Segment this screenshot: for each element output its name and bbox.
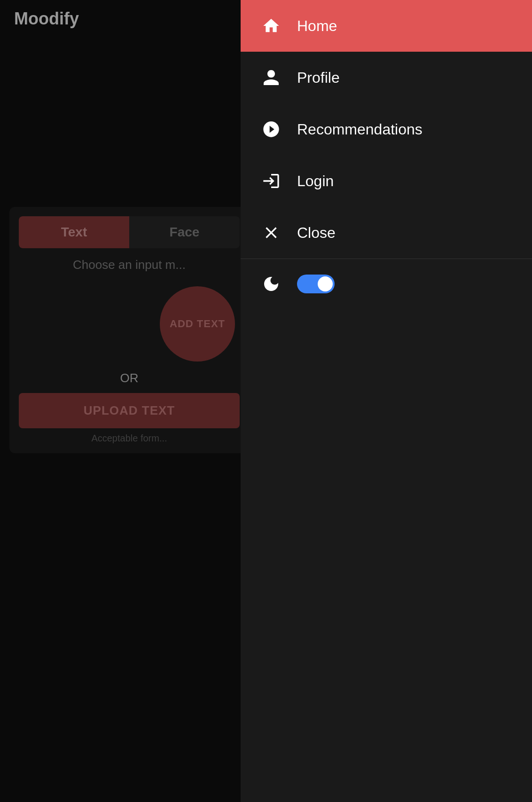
toggle-thumb <box>318 276 333 291</box>
sidebar-item-home-label: Home <box>297 17 337 35</box>
sidebar-item-login[interactable]: Login <box>241 155 532 207</box>
sidebar-item-profile[interactable]: Profile <box>241 52 532 103</box>
sidebar-item-recommendations-label: Recommendations <box>297 121 422 138</box>
sidebar-item-home[interactable]: Home <box>241 0 532 52</box>
close-icon <box>259 221 283 244</box>
sidebar: Home Profile Recommendations Login <box>241 0 532 802</box>
dark-mode-row <box>241 259 532 309</box>
recommendations-icon <box>259 118 283 141</box>
dark-mode-icon <box>259 272 283 296</box>
sidebar-item-login-label: Login <box>297 173 334 190</box>
profile-icon <box>259 66 283 89</box>
dark-mode-toggle[interactable] <box>297 275 335 293</box>
sidebar-item-profile-label: Profile <box>297 69 340 86</box>
home-icon <box>259 14 283 38</box>
sidebar-item-close-label: Close <box>297 224 336 242</box>
login-icon <box>259 169 283 193</box>
toggle-track <box>297 275 335 293</box>
sidebar-item-close[interactable]: Close <box>241 207 532 259</box>
sidebar-item-recommendations[interactable]: Recommendations <box>241 103 532 155</box>
